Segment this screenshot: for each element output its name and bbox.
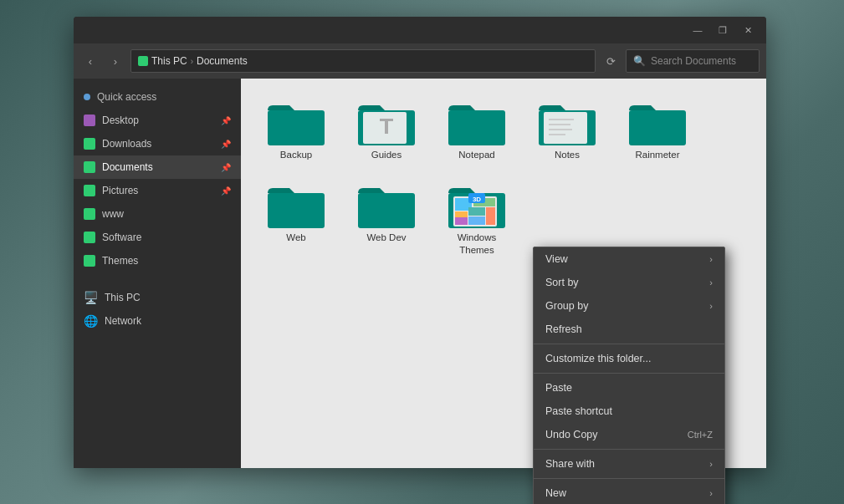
ctx-item-customize[interactable]: Customize this folder...	[534, 347, 724, 370]
folder-guides[interactable]: Guides	[345, 92, 428, 168]
refresh-button[interactable]: ⟳	[601, 51, 621, 71]
svg-text:3D: 3D	[473, 196, 481, 203]
path-folder-icon	[138, 56, 148, 66]
folder-webdev-label: Web Dev	[366, 232, 406, 244]
ctx-item-paste[interactable]: Paste	[534, 376, 724, 400]
sidebar-item-themes[interactable]: Themes	[74, 249, 241, 272]
sidebar: Quick access Desktop 📌 Downloads 📌	[74, 79, 241, 468]
svg-rect-6	[385, 119, 388, 134]
ctx-item-undo-copy[interactable]: Undo Copy Ctrl+Z	[534, 423, 724, 446]
ctx-share-label: Share with	[545, 458, 709, 470]
ctx-paste-shortcut-label: Paste shortcut	[545, 405, 713, 417]
downloads-label: Downloads	[102, 138, 151, 150]
desktop-pin-icon: 📌	[221, 116, 231, 125]
downloads-pin-icon: 📌	[221, 140, 231, 149]
path-this-pc: This PC	[151, 55, 187, 67]
ctx-item-new[interactable]: New ›	[534, 481, 724, 504]
svg-rect-26	[468, 207, 485, 216]
ctx-item-refresh[interactable]: Refresh	[534, 318, 724, 341]
ctx-item-share-with[interactable]: Share with ›	[534, 452, 724, 476]
svg-rect-14	[549, 134, 565, 135]
ctx-new-arrow: ›	[709, 488, 713, 498]
sidebar-item-network[interactable]: 🌐 Network	[74, 309, 241, 333]
software-label: Software	[102, 232, 141, 243]
search-icon: 🔍	[633, 55, 646, 67]
ctx-item-paste-shortcut[interactable]: Paste shortcut	[534, 400, 724, 423]
ctx-item-group-by[interactable]: Group by ›	[534, 294, 724, 318]
pictures-label: Pictures	[102, 185, 138, 196]
folder-notepad[interactable]: Notepad	[435, 92, 519, 168]
close-button[interactable]: ✕	[736, 20, 760, 40]
folder-notepad-icon	[447, 99, 507, 149]
this-pc-label: This PC	[105, 292, 141, 303]
svg-rect-18	[269, 198, 323, 227]
minimize-button[interactable]: —	[686, 20, 709, 40]
folder-windows-themes[interactable]: 3D Windows Themes	[435, 175, 519, 263]
folder-backup-icon	[266, 99, 326, 149]
folder-webdev-icon	[356, 181, 417, 232]
folder-web[interactable]: Web	[254, 175, 338, 263]
quick-access-section: Quick access Desktop 📌 Downloads 📌	[74, 85, 241, 272]
search-placeholder-text: Search Documents	[651, 55, 736, 67]
folder-windows-themes-icon: 3D	[447, 181, 507, 232]
svg-rect-27	[486, 207, 495, 225]
address-bar: ‹ › This PC › Documents ⟳ 🔍 Search Docum…	[74, 43, 766, 79]
sidebar-item-www[interactable]: www	[74, 202, 241, 226]
sidebar-item-pictures[interactable]: Pictures 📌	[74, 179, 241, 202]
folder-web-label: Web	[286, 232, 305, 244]
folder-rainmeter-label: Rainmeter	[635, 149, 679, 161]
folder-notes-label: Notes	[555, 149, 580, 161]
ctx-item-sort-by[interactable]: Sort by ›	[534, 271, 724, 294]
ctx-sep-1	[534, 344, 724, 344]
svg-rect-11	[549, 119, 574, 120]
sidebar-item-documents[interactable]: Documents 📌	[74, 155, 241, 179]
sidebar-item-this-pc[interactable]: 🖥️ This PC	[74, 286, 241, 309]
documents-icon	[84, 161, 95, 173]
maximize-button[interactable]: ❐	[711, 20, 734, 40]
documents-label: Documents	[102, 161, 153, 173]
ctx-paste-label: Paste	[545, 382, 713, 394]
software-icon	[84, 232, 95, 243]
svg-rect-2	[269, 115, 323, 144]
ctx-sortby-arrow: ›	[709, 277, 713, 288]
title-bar: — ❐ ✕	[74, 17, 766, 43]
folder-rainmeter[interactable]: Rainmeter	[616, 92, 699, 168]
network-icon: 🌐	[84, 314, 98, 328]
ctx-sep-2	[534, 373, 724, 374]
folder-notepad-label: Notepad	[458, 149, 494, 161]
desktop-icon	[84, 115, 95, 126]
folder-notes-icon	[537, 99, 597, 149]
quick-access-label: Quick access	[97, 91, 156, 103]
folder-web-icon	[266, 181, 326, 232]
www-icon	[84, 208, 95, 220]
address-path[interactable]: This PC › Documents	[130, 49, 596, 73]
sidebar-item-software[interactable]: Software	[74, 226, 241, 249]
folder-webdev[interactable]: Web Dev	[345, 175, 428, 263]
ctx-item-view[interactable]: View ›	[534, 247, 724, 271]
pictures-pin-icon: 📌	[221, 186, 231, 196]
svg-rect-16	[631, 115, 684, 144]
sidebar-item-desktop[interactable]: Desktop 📌	[74, 109, 241, 132]
this-pc-icon: 🖥️	[84, 291, 98, 304]
pictures-icon	[84, 185, 95, 196]
ctx-refresh-label: Refresh	[545, 323, 713, 335]
sidebar-item-quick-access[interactable]: Quick access	[74, 85, 241, 109]
svg-rect-20	[360, 198, 413, 227]
folder-guides-icon	[356, 99, 417, 149]
back-button[interactable]: ‹	[80, 51, 100, 71]
sidebar-item-downloads[interactable]: Downloads 📌	[74, 132, 241, 155]
folder-backup[interactable]: Backup	[254, 92, 338, 168]
documents-pin-icon: 📌	[221, 163, 231, 172]
svg-rect-12	[549, 124, 570, 125]
ctx-new-label: New	[545, 487, 709, 499]
forward-button[interactable]: ›	[105, 51, 125, 71]
folder-windows-themes-label: Windows Themes	[458, 232, 497, 257]
ctx-undo-copy-label: Undo Copy	[545, 429, 688, 440]
ctx-view-arrow: ›	[709, 254, 713, 264]
folder-backup-label: Backup	[280, 149, 312, 161]
svg-rect-13	[549, 129, 572, 130]
search-box[interactable]: 🔍 Search Documents	[626, 49, 760, 73]
path-sep1: ›	[191, 57, 193, 66]
www-label: www	[102, 208, 124, 220]
folder-notes[interactable]: Notes	[525, 92, 609, 168]
